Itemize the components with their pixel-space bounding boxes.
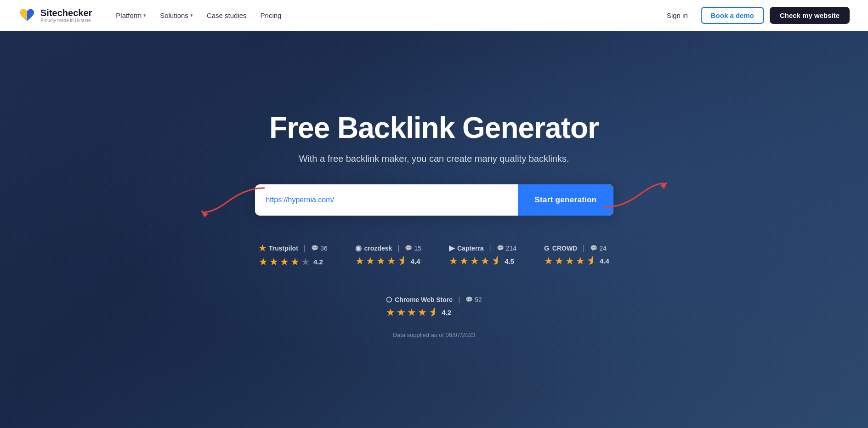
comment-icon: 💬: [311, 245, 318, 251]
comment-icon: 💬: [497, 245, 504, 251]
navbar: Sitechecker Proudly made in Ukraine Plat…: [0, 0, 868, 31]
logo-tagline: Proudly made in Ukraine: [40, 18, 92, 23]
crozdesk-label: crozdesk: [364, 245, 392, 252]
chrome-label: Chrome Web Store: [395, 296, 453, 303]
trustpilot-count: 36: [320, 245, 328, 252]
rating-chrome: ⬡ Chrome Web Store | 💬 52 ★ ★ ★ ★ ⯨ 4.2: [386, 296, 482, 319]
check-website-button[interactable]: Check my website: [770, 7, 850, 24]
hero-title: Free Backlink Generator: [227, 112, 641, 144]
hero-content: Free Backlink Generator With a free back…: [227, 112, 641, 338]
logo-icon: [18, 7, 36, 24]
nav-pricing[interactable]: Pricing: [255, 8, 287, 23]
crozdesk-stars: ★ ★ ★ ★ ⯨ 4.4: [355, 255, 420, 267]
trustpilot-icon: ★: [259, 243, 266, 253]
rating-capterra: ▶ Capterra | 💬 214 ★ ★ ★ ★ ⯨ 4.5: [449, 244, 516, 267]
crowd-icon: G: [544, 244, 550, 252]
hero-subtitle: With a free backlink maker, you can crea…: [227, 154, 641, 164]
crowd-count: 24: [599, 245, 607, 252]
ratings-row: ★ Trustpilot | 💬 36 ★ ★ ★ ★ ★ 4.2: [227, 243, 641, 319]
chevron-down-icon: ▾: [190, 12, 193, 18]
capterra-count: 214: [506, 245, 516, 252]
hero-section: Free Backlink Generator With a free back…: [0, 31, 868, 428]
svg-marker-0: [201, 210, 208, 217]
svg-marker-1: [660, 182, 668, 189]
crowd-label: CROWD: [552, 245, 577, 252]
data-note: Data supplied as of 06/07/2023: [227, 331, 641, 338]
rating-crowd: G CROWD | 💬 24 ★ ★ ★ ★ ⯨ 4.4: [544, 244, 609, 267]
trustpilot-stars: ★ ★ ★ ★ ★ 4.2: [259, 256, 323, 268]
nav-solutions[interactable]: Solutions ▾: [154, 8, 199, 23]
chevron-down-icon: ▾: [143, 12, 146, 18]
trustpilot-label: Trustpilot: [269, 245, 298, 252]
nav-actions: Sign in Book a demo Check my website: [659, 7, 850, 24]
url-input[interactable]: [255, 184, 518, 216]
nav-links: Platform ▾ Solutions ▾ Case studies Pric…: [110, 8, 659, 23]
nav-case-studies[interactable]: Case studies: [201, 8, 252, 23]
capterra-icon: ▶: [449, 244, 454, 252]
start-generation-button[interactable]: Start generation: [518, 184, 613, 216]
comment-icon: 💬: [590, 245, 597, 251]
sign-in-button[interactable]: Sign in: [659, 8, 695, 23]
search-box: Start generation: [255, 184, 613, 216]
crowd-stars: ★ ★ ★ ★ ⯨ 4.4: [544, 255, 609, 267]
chrome-count: 52: [475, 296, 482, 303]
comment-icon: 💬: [405, 245, 412, 251]
search-container: Start generation: [255, 184, 613, 216]
nav-platform[interactable]: Platform ▾: [110, 8, 152, 23]
crozdesk-icon: ◉: [355, 244, 362, 252]
chrome-stars: ★ ★ ★ ★ ⯨ 4.2: [386, 307, 451, 319]
capterra-label: Capterra: [457, 245, 484, 252]
crozdesk-count: 15: [414, 245, 421, 252]
logo[interactable]: Sitechecker Proudly made in Ukraine: [18, 7, 92, 24]
divider: |: [304, 244, 306, 252]
comment-icon: 💬: [465, 296, 473, 303]
logo-name: Sitechecker: [40, 8, 92, 18]
rating-crozdesk: ◉ crozdesk | 💬 15 ★ ★ ★ ★ ⯨ 4.4: [355, 244, 421, 267]
chrome-icon: ⬡: [386, 296, 392, 304]
book-demo-button[interactable]: Book a demo: [701, 7, 764, 24]
capterra-stars: ★ ★ ★ ★ ⯨ 4.5: [449, 255, 514, 267]
rating-trustpilot: ★ Trustpilot | 💬 36 ★ ★ ★ ★ ★ 4.2: [259, 243, 328, 268]
